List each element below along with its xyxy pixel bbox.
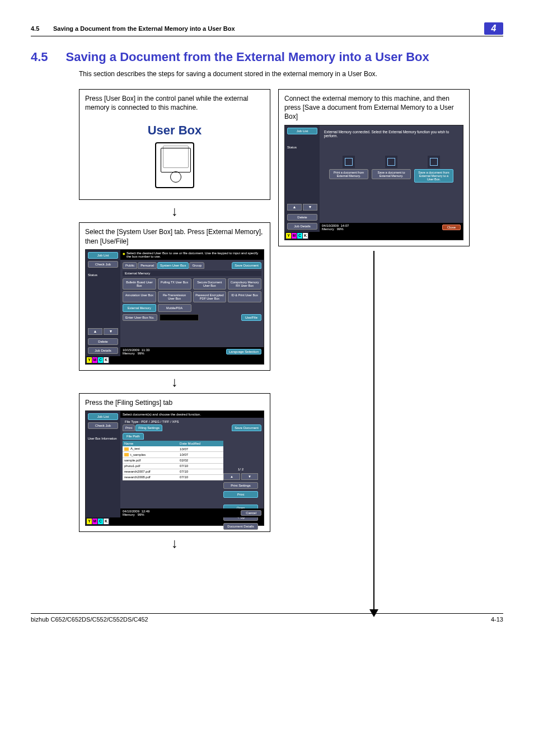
userbox-panel-button[interactable]: User Box	[85, 115, 264, 194]
print-from-external-button[interactable]: Print a document from External Memory.	[329, 169, 368, 179]
secure-document-box[interactable]: Secure Document User Box	[193, 278, 227, 290]
section-intro: This section describes the steps for sav…	[79, 70, 503, 78]
use-file-button[interactable]: Use/File	[241, 314, 261, 321]
re-transmission-box[interactable]: Re-Transmission User Box	[158, 291, 191, 302]
footer-mem-label: Memory	[322, 227, 334, 231]
delete-button[interactable]: Delete	[287, 214, 317, 221]
tab-public[interactable]: Public	[123, 262, 137, 269]
header-title: Saving a Document from the External Memo…	[53, 25, 484, 32]
step1-left-text: Press [User Box] in the control panel wh…	[85, 94, 264, 112]
document-details-button[interactable]: Document Details	[223, 523, 258, 530]
page-footer: bizhub C652/C652DS/C552/C552DS/C452 4-13	[31, 613, 503, 623]
chapter-badge: 4	[484, 22, 503, 35]
userbox-label: User Box	[148, 123, 202, 138]
check-job-button[interactable]: Check Job	[88, 422, 118, 429]
job-details-button[interactable]: Job Details	[88, 347, 118, 354]
job-list-button[interactable]: Job List	[88, 252, 118, 259]
footer-mem-label: Memory	[123, 352, 135, 355]
footer-page-number: 4-13	[491, 616, 503, 623]
tab-personal[interactable]: Personal	[138, 262, 157, 269]
language-selection-button[interactable]: Language Selection	[226, 349, 261, 354]
section-heading: 4.5 Saving a Document from the External …	[31, 50, 503, 64]
save-document-button[interactable]: Save Document	[232, 262, 261, 269]
cancel-button[interactable]: Cancel	[241, 510, 261, 516]
external-memory-message: External Memory connected. Select the Ex…	[322, 128, 461, 140]
step1-right-screenshot: Job List Status ▲▼ Delete Job Details Ex…	[284, 125, 463, 240]
file-path-tab[interactable]: File Path	[123, 433, 144, 440]
footer-model: bizhub C652/C652DS/C552/C552DS/C452	[31, 616, 148, 623]
tab-system-user-box[interactable]: System User Box	[157, 262, 189, 269]
bulletin-board-box[interactable]: Bulletin Board User Box	[123, 278, 156, 290]
close-button[interactable]: Close	[442, 225, 461, 230]
down-arrow-icon: ↓	[171, 535, 178, 551]
job-list-button[interactable]: Job List	[287, 128, 317, 134]
print-from-ext-icon	[343, 156, 355, 168]
delete-button[interactable]: Delete	[88, 338, 118, 345]
section-title: Saving a Document from the External Memo…	[66, 50, 429, 64]
hint-text: Select the desired User Box to use or fi…	[127, 251, 261, 258]
tab-print[interactable]: Print	[123, 424, 135, 431]
down-arrow-icon: ↓	[171, 374, 178, 390]
toner-levels-icon: YMCK	[86, 356, 110, 364]
save-ext-to-box-icon	[428, 156, 440, 168]
file-type-label: File Type	[125, 420, 138, 423]
footer-mem-pct: 99%	[138, 352, 144, 355]
page-up-down-icons[interactable]: ▲▼	[223, 473, 258, 480]
section-number: 4.5	[31, 50, 48, 64]
job-details-button[interactable]: Job Details	[287, 223, 317, 230]
table-row[interactable]: research2007.pdf07/10	[123, 469, 223, 474]
status-label: Status	[88, 273, 118, 277]
enter-box-no-label: Enter User Box No.	[123, 314, 157, 321]
col-name[interactable]: Name	[123, 441, 178, 446]
external-memory-heading: External Memory	[123, 270, 261, 276]
step1-left-box: Press [User Box] in the control panel wh…	[79, 89, 270, 200]
table-row[interactable]: t_samples10/07	[123, 452, 223, 458]
up-down-icons[interactable]: ▲▼	[287, 204, 317, 211]
toner-levels-icon: YMCK	[285, 232, 309, 240]
toner-levels-icon: YMCK	[86, 517, 110, 525]
check-job-button[interactable]: Check Job	[88, 261, 118, 268]
save-to-ext-icon	[385, 156, 397, 168]
table-row[interactable]: photo1.pdf07/10	[123, 463, 223, 469]
annotation-box[interactable]: Annotation User Box	[123, 291, 156, 302]
step3-box: Press the [Filing Settings] tab Job List…	[79, 393, 270, 532]
footer-mem-label: Memory	[123, 513, 135, 516]
save-ext-to-userbox-button[interactable]: Save a document from External Memory to …	[414, 169, 453, 183]
col-date[interactable]: Date Modified	[178, 441, 223, 446]
table-row[interactable]: sample.pdf02/02	[123, 458, 223, 463]
header-section-number: 4.5	[31, 25, 53, 32]
step3-screenshot: Job List Check Job User Box Information …	[85, 410, 264, 526]
job-list-button[interactable]: Job List	[88, 413, 118, 420]
print-button[interactable]: Print	[223, 491, 258, 498]
save-document-button[interactable]: Save Document	[232, 424, 261, 431]
step2-box: Select the [System User Box] tab. Press …	[79, 222, 270, 370]
table-row[interactable]: A_test10/07	[123, 446, 223, 452]
user-box-info-label: User Box Information	[88, 437, 118, 440]
external-memory-box[interactable]: External Memory	[123, 304, 156, 312]
step1-right-box: Connect the external memory to this mach…	[278, 89, 470, 246]
step2-screenshot: Job List Check Job Status ▲▼ Delete Job …	[85, 249, 264, 365]
status-label: Status	[287, 146, 317, 149]
footer-mem-pct: 99%	[138, 513, 144, 516]
running-header: 4.5 Saving a Document from the External …	[31, 22, 503, 36]
print-settings-button[interactable]: Print Settings	[223, 482, 258, 489]
step3-text: Press the [Filing Settings] tab	[85, 398, 264, 407]
up-down-icons[interactable]: ▲▼	[88, 328, 118, 335]
password-encrypted-pdf-box[interactable]: Password Encrypted PDF User Box	[193, 291, 227, 302]
tab-group[interactable]: Group	[189, 262, 204, 269]
table-row[interactable]: research2008.pdf07/10	[123, 474, 223, 480]
down-arrow-icon: ↓	[171, 203, 178, 219]
mobile-pda-box[interactable]: Mobile/PDA	[158, 304, 191, 312]
step1-right-text: Connect the external memory to this mach…	[284, 94, 463, 122]
id-print-box[interactable]: ID & Print User Box	[228, 291, 261, 302]
file-table: NameDate Modified A_test10/07 t_samples1…	[123, 441, 223, 480]
page-indicator: 1/ 2	[223, 468, 258, 471]
tab-filing-settings[interactable]: Filing Settings	[135, 424, 162, 431]
polling-tx-box[interactable]: Polling TX User Box	[158, 278, 191, 290]
save-to-external-button[interactable]: Save a document to External Memory.	[372, 169, 411, 179]
userbox-icon	[155, 142, 194, 188]
box-number-input[interactable]	[160, 314, 199, 321]
compulsory-memory-rx-box[interactable]: Compulsory Memory RX User Box	[228, 278, 261, 290]
footer-mem-pct: 99%	[337, 227, 344, 231]
file-type-value: : PDF / JPEG / TIFF / XPS	[139, 420, 179, 423]
